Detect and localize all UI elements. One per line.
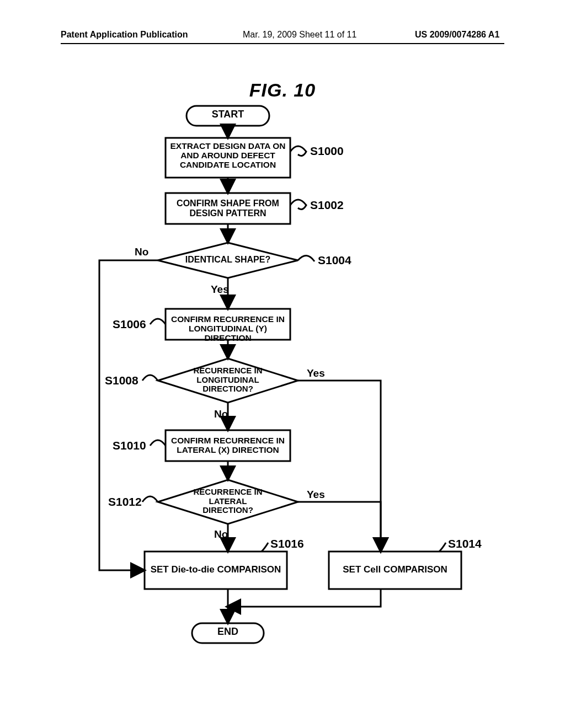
flowchart-svg <box>0 0 565 728</box>
edge-s1012-no: No <box>214 528 228 540</box>
edge-s1008-yes: Yes <box>307 367 325 379</box>
node-start: START <box>186 109 269 120</box>
node-s1008: RECURRENCE IN LONGITUDINAL DIRECTION? <box>184 366 271 394</box>
label-s1016: S1016 <box>270 537 304 550</box>
edge-s1004-no: No <box>135 246 148 258</box>
node-s1000: EXTRACT DESIGN DATA ON AND AROUND DEFECT… <box>168 141 288 169</box>
edge-s1012-yes: Yes <box>307 489 325 501</box>
page: Patent Application Publication Mar. 19, … <box>0 0 565 728</box>
node-s1006: CONFIRM RECURRENCE IN LONGITUDINAL (Y) D… <box>168 314 288 342</box>
node-s1010: CONFIRM RECURRENCE IN LATERAL (X) DIRECT… <box>168 436 288 454</box>
node-s1014: SET Cell COMPARISON <box>329 565 461 575</box>
label-s1010: S1010 <box>113 439 146 452</box>
node-s1004: IDENTICAL SHAPE? <box>177 255 279 265</box>
node-s1002: CONFIRM SHAPE FROM DESIGN PATTERN <box>168 199 288 218</box>
node-end: END <box>192 627 264 638</box>
label-s1014: S1014 <box>448 537 482 550</box>
label-s1002: S1002 <box>310 199 344 212</box>
label-s1004: S1004 <box>318 254 351 267</box>
label-s1012: S1012 <box>108 495 142 508</box>
label-s1000: S1000 <box>310 144 344 158</box>
node-s1016: SET Die-to-die COMPARISON <box>145 565 287 575</box>
node-s1012: RECURRENCE IN LATERAL DIRECTION? <box>184 488 271 515</box>
edge-s1004-yes: Yes <box>211 283 229 296</box>
label-s1008: S1008 <box>105 374 138 387</box>
edge-s1008-no: No <box>214 408 228 420</box>
label-s1006: S1006 <box>113 318 146 331</box>
